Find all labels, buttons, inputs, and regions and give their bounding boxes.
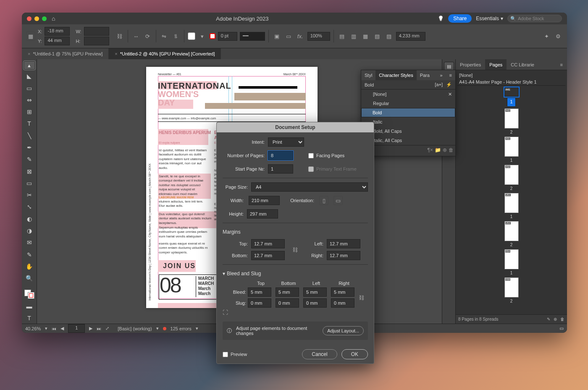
adjust-layout-button[interactable]: Adjust Layout... — [323, 326, 364, 335]
pencil-tool[interactable]: ✎ — [24, 154, 35, 165]
type-tool[interactable]: T — [24, 118, 35, 129]
bleed-bottom[interactable] — [276, 287, 299, 297]
stroke-style[interactable]: ━━ — [240, 32, 265, 41]
style-row[interactable]: [None]✕ — [361, 90, 455, 99]
preflight-profile[interactable]: [Basic] (working) — [118, 326, 152, 331]
style-row[interactable]: Italic — [361, 117, 455, 126]
doc-tab-2[interactable]: × *Untitled-2 @ 40% [GPU Preview] [Conve… — [109, 48, 221, 59]
page-thumb[interactable]: U522 — [459, 221, 564, 248]
margin-bottom-input[interactable] — [251, 251, 285, 260]
flip-h-icon[interactable]: ⇋ — [160, 32, 169, 41]
clear-icon[interactable]: ✕ — [448, 92, 452, 97]
w-value[interactable] — [84, 27, 109, 36]
page-thumb[interactable]: A411 — [459, 87, 564, 107]
height-input[interactable] — [247, 209, 278, 219]
open-nav-icon[interactable]: ⤢ — [105, 326, 109, 331]
rotate-icon[interactable]: ⟳ — [143, 32, 152, 41]
note-tool[interactable]: ✉ — [24, 237, 35, 248]
slug-right[interactable] — [331, 298, 354, 308]
new-folder-icon[interactable]: 📁 — [435, 147, 441, 154]
wrap4-icon[interactable]: ▧ — [373, 32, 382, 41]
preview-check[interactable]: Preview — [223, 352, 247, 357]
opacity-value[interactable]: 100% — [307, 32, 330, 41]
constrain-icon[interactable]: ⛓ — [115, 32, 124, 41]
facing-pages-check[interactable]: Facing Pages — [308, 153, 350, 158]
zoom-tool[interactable]: 🔍 — [24, 273, 35, 284]
apply-text-icon[interactable]: T — [24, 313, 35, 324]
portrait-icon[interactable]: ▯ — [319, 196, 328, 205]
margin-top-input[interactable] — [251, 239, 285, 248]
slug-top[interactable] — [248, 298, 271, 308]
gradient-swatch-tool[interactable]: ◐ — [24, 213, 35, 224]
margin-left-input[interactable] — [327, 239, 360, 248]
slug-left[interactable] — [303, 298, 327, 308]
new-group-icon[interactable]: [a+] — [435, 82, 443, 87]
page-thumb[interactable]: A422 — [459, 108, 564, 135]
scissors-tool[interactable]: ✂ — [24, 190, 35, 200]
zoom-value[interactable]: 40.26% — [25, 326, 41, 331]
page-thumb[interactable]: A511 — [459, 137, 564, 163]
nav-prev-icon[interactable]: ◀ — [60, 326, 64, 331]
cancel-button[interactable]: Cancel — [302, 349, 337, 359]
gap-tool[interactable]: ⇔ — [24, 95, 35, 105]
screen-mode-icon[interactable]: ▭ — [559, 326, 564, 331]
delete-page-icon[interactable]: 🗑 — [560, 317, 564, 321]
style-row[interactable]: Italic, All Caps — [361, 136, 455, 145]
margin-right-input[interactable] — [327, 251, 360, 260]
rectangle-frame-tool[interactable]: ⊠ — [24, 166, 35, 177]
close-tab-icon[interactable]: × — [115, 51, 117, 56]
bleed-top[interactable] — [248, 287, 271, 297]
quick-apply-icon[interactable]: ⚡ — [446, 82, 452, 87]
flip-v-icon[interactable]: ⥮ — [171, 32, 181, 41]
style-row[interactable]: Bold, All Caps — [361, 126, 455, 136]
ok-button[interactable]: OK — [341, 349, 368, 359]
panel-more-icon[interactable]: » — [436, 70, 446, 80]
style-row[interactable]: Bold — [361, 108, 455, 117]
h-value[interactable] — [84, 37, 109, 45]
close-window[interactable] — [27, 16, 32, 21]
tab-para-styles-short[interactable]: Para — [417, 70, 433, 80]
fill-swatch[interactable] — [188, 32, 195, 40]
nav-first-icon[interactable]: ⏮ — [52, 326, 56, 331]
fill-dropdown-icon[interactable]: ▾ — [198, 32, 207, 41]
error-count[interactable]: 125 errors — [171, 326, 192, 331]
page-number-field[interactable]: 1 — [68, 324, 85, 333]
tab-properties[interactable]: Properties — [456, 59, 485, 70]
doc-tab-1[interactable]: × *Untitled-1 @ 75% [GPU Preview] — [22, 48, 109, 59]
panel-menu-icon[interactable]: ≡ — [446, 70, 455, 80]
apply-color-icon[interactable]: ▬ — [24, 300, 35, 311]
settings-gear-icon[interactable]: ⚙ — [554, 32, 563, 41]
tab-styles-short[interactable]: Styl — [361, 70, 375, 80]
selection-tool[interactable]: ▲ — [24, 61, 35, 70]
direct-selection-tool[interactable]: ◣ — [24, 71, 35, 82]
stroke-swatch[interactable] — [210, 33, 215, 39]
intent-select[interactable]: Print — [268, 137, 304, 147]
bleed-left[interactable] — [303, 287, 327, 297]
content-collector-tool[interactable]: ⊞ — [24, 106, 35, 117]
fit-icon[interactable]: ▭ — [284, 32, 293, 41]
eyedropper-tool[interactable]: ✎ — [24, 249, 35, 260]
page-thumb[interactable]: 05A1 — [459, 249, 564, 276]
new-page-icon[interactable]: ⊕ — [554, 317, 557, 321]
wrap5-icon[interactable]: ▨ — [384, 32, 394, 41]
start-page-input[interactable] — [268, 164, 293, 174]
fx-icon[interactable]: fx. — [296, 32, 305, 41]
edit-page-icon[interactable]: ✎ — [547, 317, 550, 321]
pages-none[interactable]: [None] — [457, 72, 565, 79]
line-tool[interactable]: ╲ — [24, 130, 35, 141]
maximize-window[interactable] — [42, 16, 47, 21]
link-margins-icon[interactable]: ⛓ — [292, 247, 300, 253]
page-thumb[interactable]: A522 — [459, 165, 564, 191]
adobe-stock-search[interactable]: 🔍Adobe Stock — [507, 15, 562, 22]
gradient-feather-tool[interactable]: ◑ — [24, 225, 35, 236]
minimize-window[interactable] — [34, 16, 39, 21]
scale-x-icon[interactable]: ↔ — [131, 32, 141, 41]
landscape-icon[interactable]: ▭ — [333, 196, 343, 205]
tab-pages[interactable]: Pages — [485, 59, 507, 70]
clear-override-icon[interactable]: ¶× — [428, 147, 433, 154]
pen-tool[interactable]: ✒ — [24, 142, 35, 153]
y-value[interactable]: 44 mm — [45, 37, 70, 45]
nav-next-icon[interactable]: ▶ — [89, 326, 92, 331]
style-row[interactable]: Regular — [361, 99, 455, 108]
page-tool[interactable]: ▭ — [24, 82, 35, 93]
